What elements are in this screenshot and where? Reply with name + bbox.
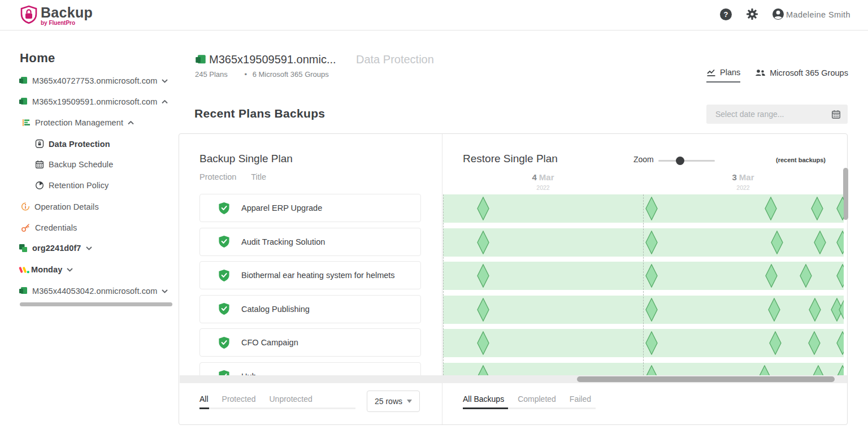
protected-shield-icon <box>218 336 230 349</box>
status-filter-active-indicator <box>463 407 508 409</box>
filter-failed[interactable]: Failed <box>570 394 591 404</box>
column-title: Title <box>251 172 266 181</box>
backup-point-icon[interactable] <box>836 331 844 355</box>
filter-completed[interactable]: Completed <box>518 394 556 404</box>
timeline-row[interactable] <box>443 262 844 290</box>
calendar-icon <box>35 160 44 169</box>
sidebar-horizontal-scrollbar[interactable] <box>20 302 172 306</box>
filter-protected[interactable]: Protected <box>222 394 256 404</box>
sidebar-item-tenant-44053042[interactable]: M365x44053042.onmicrosoft.com <box>19 287 168 296</box>
user-name[interactable]: Madeleine Smith <box>786 10 850 19</box>
backup-point-icon[interactable] <box>836 231 844 254</box>
sidebar-item-monday[interactable]: Monday <box>19 265 73 274</box>
protection-filter-active-indicator <box>199 407 209 409</box>
backup-point-icon[interactable] <box>809 298 821 322</box>
tab-plans[interactable]: Plans <box>706 68 740 83</box>
backup-point-icon[interactable] <box>477 331 489 355</box>
filter-all-backups[interactable]: All Backups <box>463 394 504 404</box>
backup-point-icon[interactable] <box>768 298 780 322</box>
plan-row[interactable]: Catalog Publishing <box>199 295 421 323</box>
backup-point-icon[interactable] <box>836 365 844 376</box>
plan-title: Apparel ERP Upgrade <box>241 203 322 213</box>
sidebar-item-operation-details[interactable]: Operation Details <box>21 202 99 211</box>
backup-point-icon[interactable] <box>477 365 489 376</box>
backup-point-icon[interactable] <box>477 298 489 322</box>
view-tabs: Plans Microsoft 365 Groups <box>706 68 848 83</box>
backup-point-icon[interactable] <box>771 231 783 254</box>
backup-point-icon[interactable] <box>477 264 489 288</box>
filter-unprotected[interactable]: Unprotected <box>270 394 313 404</box>
date-range-picker[interactable] <box>706 105 848 124</box>
timeline-row[interactable] <box>443 296 844 324</box>
backup-point-icon[interactable] <box>812 365 824 376</box>
timeline-day-header: 4Mar 2022 <box>443 172 643 191</box>
plan-row[interactable]: Apparel ERP Upgrade <box>199 194 421 222</box>
calendar-icon[interactable] <box>831 110 841 119</box>
backup-point-icon[interactable] <box>800 264 812 288</box>
zoom-slider-thumb[interactable] <box>676 157 684 165</box>
backup-point-icon[interactable] <box>836 264 844 288</box>
plan-row[interactable]: Biothermal ear heating system for helmet… <box>199 261 421 289</box>
subtitle-separator: • <box>244 70 247 79</box>
zoom-slider-track[interactable] <box>658 160 715 162</box>
sidebar-item-backup-schedule[interactable]: Backup Schedule <box>35 160 113 169</box>
shield-lock-logo-icon <box>20 5 38 25</box>
backup-point-icon[interactable] <box>839 298 844 322</box>
timeline-vertical-scrollbar[interactable] <box>843 168 848 220</box>
backup-point-icon[interactable] <box>836 197 844 220</box>
timeline-row[interactable] <box>443 228 844 257</box>
protected-shield-icon <box>218 370 230 375</box>
timeline-row[interactable] <box>443 363 844 376</box>
rows-per-page-select[interactable]: 25 rows <box>367 391 420 412</box>
sidebar-item-credentials[interactable]: Credentials <box>21 223 77 232</box>
planner-icon <box>19 287 28 296</box>
backup-point-icon[interactable] <box>769 331 782 355</box>
plan-row[interactable]: Audit Tracking Solution <box>199 228 421 256</box>
sidebar-item-retention-policy[interactable]: Retention Policy <box>35 181 108 190</box>
caret-down-icon <box>407 400 412 403</box>
sidebar-title-home[interactable]: Home <box>20 51 55 66</box>
backup-point-icon[interactable] <box>814 231 826 254</box>
sidebar-item-data-protection[interactable]: Data Protection <box>35 139 110 149</box>
backup-point-icon[interactable] <box>758 365 771 376</box>
backup-point-icon[interactable] <box>765 197 777 220</box>
plan-row[interactable]: Hub <box>199 362 421 376</box>
chevron-down-icon <box>162 79 168 83</box>
backup-point-icon[interactable] <box>645 197 658 220</box>
backup-point-icon[interactable] <box>645 365 658 376</box>
tab-microsoft-365-groups[interactable]: Microsoft 365 Groups <box>755 68 848 82</box>
help-icon[interactable]: ? <box>720 8 732 20</box>
backup-point-icon[interactable] <box>765 264 778 288</box>
app-name: Backup <box>41 5 93 20</box>
backup-point-icon[interactable] <box>645 331 658 355</box>
backup-point-icon[interactable] <box>645 231 658 254</box>
key-icon <box>21 223 31 232</box>
protected-shield-icon <box>218 202 230 215</box>
sidebar-item-tenant-19509591[interactable]: M365x19509591.onmicrosoft.com <box>19 97 168 106</box>
backup-point-icon[interactable] <box>645 298 658 322</box>
chevron-up-icon <box>128 121 134 125</box>
timeline-row[interactable] <box>443 194 844 223</box>
sidebar-item-org2241d0f7[interactable]: org2241d0f7 <box>19 244 92 253</box>
gear-icon[interactable] <box>746 8 758 20</box>
page-title-tenant: M365x19509591.onmic... <box>209 53 336 66</box>
backup-point-icon[interactable] <box>811 197 823 220</box>
sidebar-item-protection-management[interactable]: Protection Management <box>21 118 134 127</box>
zoom-slider-label: Zoom <box>633 155 654 164</box>
date-range-input[interactable] <box>706 110 831 119</box>
plans-count: 245 Plans <box>195 70 228 79</box>
backup-point-icon[interactable] <box>808 331 821 355</box>
app-logo[interactable]: Backup by FluentPro <box>20 5 93 26</box>
backup-point-icon[interactable] <box>645 264 658 288</box>
user-avatar-icon[interactable] <box>772 8 784 20</box>
chevron-down-icon <box>67 268 73 272</box>
page-subtitle: 245 Plans • 6 Microsoft 365 Groups <box>195 70 329 79</box>
plan-row[interactable]: CFO Campaign <box>199 328 421 357</box>
backup-point-icon[interactable] <box>477 231 489 254</box>
timeline-row[interactable] <box>443 329 844 357</box>
sidebar-item-tenant-40727753[interactable]: M365x40727753.onmicrosoft.com <box>19 76 168 85</box>
backup-point-icon[interactable] <box>477 197 489 220</box>
filter-all[interactable]: All <box>199 394 209 404</box>
plan-title: CFO Campaign <box>241 338 298 347</box>
card-horizontal-scrollbar-thumb[interactable] <box>577 376 835 382</box>
